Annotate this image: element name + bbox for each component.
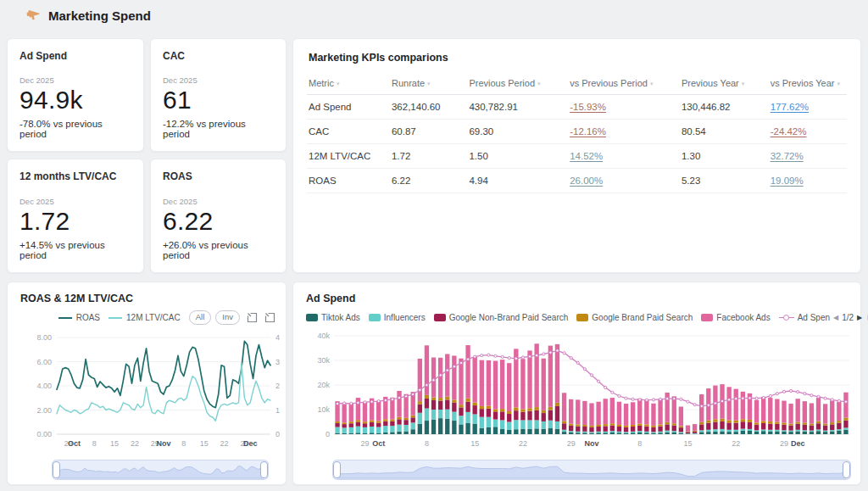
percent-link[interactable]: 14.52% <box>570 151 603 161</box>
legend-label: Facebook Ads <box>716 313 770 322</box>
table-row: Ad Spend362,140.60430,782.91-15.93%130,4… <box>307 95 847 120</box>
percent-link[interactable]: 177.62% <box>771 102 809 112</box>
svg-text:Dec: Dec <box>791 439 805 448</box>
sort-icon: ▾ <box>337 81 340 86</box>
legend-label: Ad Spen <box>798 313 830 322</box>
svg-text:0.00: 0.00 <box>36 430 52 438</box>
legend-item-ltv-cac[interactable]: 12M LTV/CAC <box>108 313 181 322</box>
svg-text:8: 8 <box>637 439 642 448</box>
svg-text:Oct: Oct <box>68 439 81 448</box>
zoom-box-icon[interactable] <box>247 312 258 323</box>
table-row: CAC60.8769.30-12.16%80.54-24.42% <box>307 120 847 144</box>
table-row: 12M LTV/CAC1.721.5014.52%1.3032.72% <box>307 144 847 169</box>
ad-spend-chart-canvas: 010k20k30k40k29Oct8152229Nov8152229Dec <box>303 326 855 451</box>
table-cell: 6.22 <box>385 169 462 193</box>
table-cell: Ad Spend <box>307 95 385 120</box>
table-cell: 14.52% <box>563 144 675 169</box>
kpi-period: Dec 2025 <box>163 197 274 206</box>
legend-item-ad-spend-line[interactable]: Ad Spen <box>779 313 830 322</box>
svg-text:2: 2 <box>275 382 280 390</box>
svg-text:Nov: Nov <box>584 439 598 448</box>
legend-item-google-non-brand[interactable]: Google Non-Brand Paid Search <box>434 313 569 322</box>
page-indicator: 1/2 <box>842 313 854 322</box>
google-non-brand-swatch <box>434 314 446 321</box>
column-header-previous-period[interactable]: Previous Period▾ <box>462 74 563 95</box>
table-cell: CAC <box>307 120 385 144</box>
megaphone-icon <box>25 8 41 23</box>
kpi-value: 94.9k <box>19 86 131 115</box>
table-cell: 362,140.60 <box>385 95 462 120</box>
svg-text:22: 22 <box>519 439 527 448</box>
legend-label: Tiktok Ads <box>321 313 360 322</box>
table-cell: 80.54 <box>675 120 764 144</box>
table-cell: -24.42% <box>764 120 847 144</box>
kpi-title: Ad Spend <box>19 50 131 62</box>
column-header-metric[interactable]: Metric▾ <box>307 74 385 95</box>
percent-link[interactable]: -24.42% <box>771 126 807 137</box>
svg-text:Oct: Oct <box>372 439 385 448</box>
table-cell: 19.09% <box>764 169 847 193</box>
legend-item-google-brand[interactable]: Google Brand Paid Search <box>576 313 693 322</box>
kpi-card-cac: CAC Dec 2025 61 -12.2% vs previous perio… <box>150 38 287 152</box>
restore-zoom-icon[interactable] <box>264 312 275 323</box>
sort-icon: ▾ <box>650 81 654 86</box>
column-header-previous-year[interactable]: Previous Year▾ <box>675 74 764 95</box>
legend-item-influencers[interactable]: Influencers <box>369 313 426 322</box>
svg-text:40k: 40k <box>317 332 330 340</box>
column-header-runrate[interactable]: Runrate▾ <box>385 74 462 95</box>
table-cell: 69.30 <box>462 120 563 144</box>
legend-item-roas[interactable]: ROAS <box>58 313 100 322</box>
legend-item-tiktok-ads[interactable]: Tiktok Ads <box>306 313 360 322</box>
column-header-vs-previos-year[interactable]: vs Previos Year▾ <box>764 74 847 95</box>
table-cell: 1.30 <box>675 144 764 169</box>
percent-link[interactable]: 19.09% <box>771 176 804 186</box>
roas-legend: ROAS 12M LTV/CAC All Inv <box>20 310 275 325</box>
table-cell: 12M LTV/CAC <box>307 144 385 169</box>
next-page-icon[interactable]: ▶ <box>857 314 862 321</box>
svg-text:8: 8 <box>425 439 429 448</box>
svg-text:22: 22 <box>732 439 740 448</box>
kpi-delta: -78.0% vs previous period <box>19 119 131 139</box>
table-cell: 177.62% <box>764 95 847 120</box>
kpi-value: 6.22 <box>163 207 274 237</box>
svg-text:0: 0 <box>326 430 330 438</box>
table-cell: 5.23 <box>675 169 764 193</box>
ad-spend-x-zoom-brush[interactable] <box>332 459 851 481</box>
svg-text:2.00: 2.00 <box>36 406 52 415</box>
page-title: Marketing Spend <box>48 8 151 23</box>
svg-text:29: 29 <box>567 439 576 448</box>
ad-spend-line-marker <box>779 315 794 321</box>
legend-item-facebook-ads[interactable]: Facebook Ads <box>701 313 770 322</box>
kpi-title: 12 months LTV/CAC <box>19 170 131 182</box>
all-button[interactable]: All <box>189 310 212 325</box>
table-cell: 130,446.82 <box>675 95 764 120</box>
percent-link[interactable]: -15.93% <box>570 102 606 112</box>
table-cell: 1.50 <box>462 144 563 169</box>
svg-text:20k: 20k <box>317 381 330 389</box>
column-header-vs-previous-period[interactable]: vs Previous Period▾ <box>563 74 675 95</box>
chart-title: ROAS & 12M LTV/CAC <box>20 293 277 304</box>
sort-icon: ▾ <box>537 81 541 86</box>
kpi-card-ltv-cac: 12 months LTV/CAC Dec 2025 1.72 +14.5% v… <box>7 159 144 273</box>
svg-text:10k: 10k <box>317 405 330 414</box>
kpi-delta: -12.2% vs previous period <box>163 119 274 139</box>
table-title: Marketing KPIs comparions <box>309 52 847 64</box>
roas-x-zoom-brush[interactable] <box>52 459 269 481</box>
inv-button[interactable]: Inv <box>215 310 240 325</box>
svg-text:1: 1 <box>275 406 280 415</box>
svg-text:30k: 30k <box>317 356 330 365</box>
prev-page-icon[interactable]: ◀ <box>833 314 838 321</box>
legend-pager: ◀ 1/2 ▶ <box>833 313 862 322</box>
legend-label: 12M LTV/CAC <box>126 313 181 322</box>
table-cell: -12.16% <box>563 120 675 144</box>
percent-link[interactable]: -12.16% <box>570 126 606 137</box>
kpi-title: CAC <box>163 50 274 62</box>
svg-text:22: 22 <box>220 439 228 448</box>
kpi-title: ROAS <box>163 170 274 182</box>
table-cell: 430,782.91 <box>462 95 563 120</box>
percent-link[interactable]: 26.00% <box>570 176 603 186</box>
percent-link[interactable]: 32.72% <box>771 151 804 161</box>
page-header: Marketing Spend <box>25 8 151 23</box>
kpi-period: Dec 2025 <box>19 197 131 206</box>
ad-spend-chart-card: Ad Spend Tiktok Ads Influencers Google N… <box>292 282 861 485</box>
